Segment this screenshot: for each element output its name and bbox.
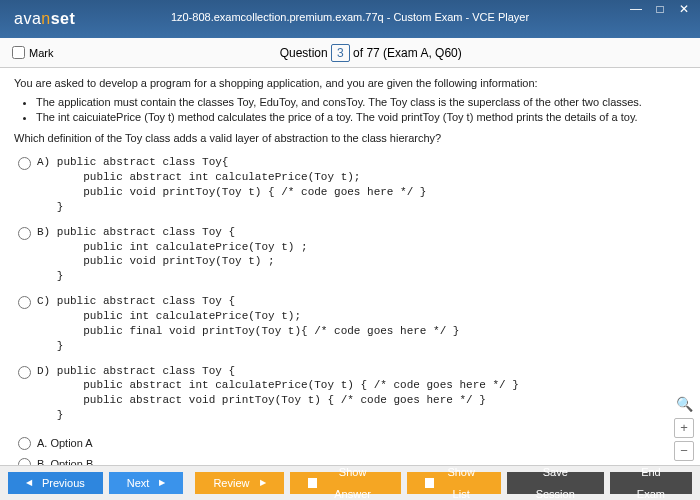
question-indicator: Question 3 of 77 (Exam A, Q60) <box>53 46 688 60</box>
option-a-radio[interactable] <box>18 157 31 170</box>
minimize-icon[interactable]: — <box>624 2 648 18</box>
info-item: The int caicuiatePrice (Toy t) method ca… <box>36 110 686 125</box>
next-button[interactable]: Next <box>109 472 184 494</box>
end-exam-button[interactable]: End Exam <box>610 472 692 494</box>
zoom-tools: 🔍 + − <box>674 395 696 461</box>
option-b[interactable]: B) public abstract class Toy { public in… <box>18 225 686 284</box>
option-d[interactable]: D) public abstract class Toy { public ab… <box>18 364 686 423</box>
option-a[interactable]: A) public abstract class Toy{ public abs… <box>18 155 686 214</box>
review-button[interactable]: Review <box>195 472 283 494</box>
option-b-radio[interactable] <box>18 227 31 240</box>
info-item: The application must contain the classes… <box>36 95 686 110</box>
option-d-radio[interactable] <box>18 366 31 379</box>
question-header: Mark Question 3 of 77 (Exam A, Q60) <box>0 38 700 68</box>
option-c-code: C) public abstract class Toy { public in… <box>37 294 459 353</box>
question-content: You are asked to develop a program for a… <box>0 68 700 465</box>
zoom-out-button[interactable]: − <box>674 441 694 461</box>
answer-b-radio[interactable] <box>18 458 31 465</box>
mark-checkbox[interactable]: Mark <box>12 46 53 59</box>
answer-a-radio[interactable] <box>18 437 31 450</box>
checkbox-icon <box>425 478 434 488</box>
save-session-button[interactable]: Save Session <box>507 472 604 494</box>
answer-choices: A. Option A B. Option B <box>14 433 686 465</box>
close-icon[interactable]: ✕ <box>672 2 696 18</box>
window-title: 1z0-808.examcollection.premium.exam.77q … <box>0 11 700 23</box>
magnify-icon[interactable]: 🔍 <box>674 395 694 415</box>
intro-text: You are asked to develop a program for a… <box>14 76 686 91</box>
previous-button[interactable]: Previous <box>8 472 103 494</box>
answer-b-label: B. Option B <box>37 457 93 465</box>
checkbox-icon <box>308 478 317 488</box>
mark-checkbox-input[interactable] <box>12 46 25 59</box>
show-answer-button[interactable]: Show Answer <box>290 472 401 494</box>
show-list-button[interactable]: Show List <box>407 472 501 494</box>
option-b-code: B) public abstract class Toy { public in… <box>37 225 308 284</box>
answer-a-label: A. Option A <box>37 436 93 451</box>
mark-label: Mark <box>29 47 53 59</box>
question-stem: Which definition of the Toy class adds a… <box>14 131 686 146</box>
answer-b[interactable]: B. Option B <box>14 454 686 465</box>
option-a-code: A) public abstract class Toy{ public abs… <box>37 155 426 214</box>
option-d-code: D) public abstract class Toy { public ab… <box>37 364 519 423</box>
answer-a[interactable]: A. Option A <box>14 433 686 454</box>
info-list: The application must contain the classes… <box>14 95 686 125</box>
question-number-box: 3 <box>331 44 350 62</box>
zoom-in-button[interactable]: + <box>674 418 694 438</box>
maximize-icon[interactable]: □ <box>648 2 672 18</box>
footer-toolbar: Previous Next Review Show Answer Show Li… <box>0 465 700 500</box>
app-logo: avanset <box>0 10 75 28</box>
option-c-radio[interactable] <box>18 296 31 309</box>
option-c[interactable]: C) public abstract class Toy { public in… <box>18 294 686 353</box>
titlebar: avanset 1z0-808.examcollection.premium.e… <box>0 0 700 38</box>
